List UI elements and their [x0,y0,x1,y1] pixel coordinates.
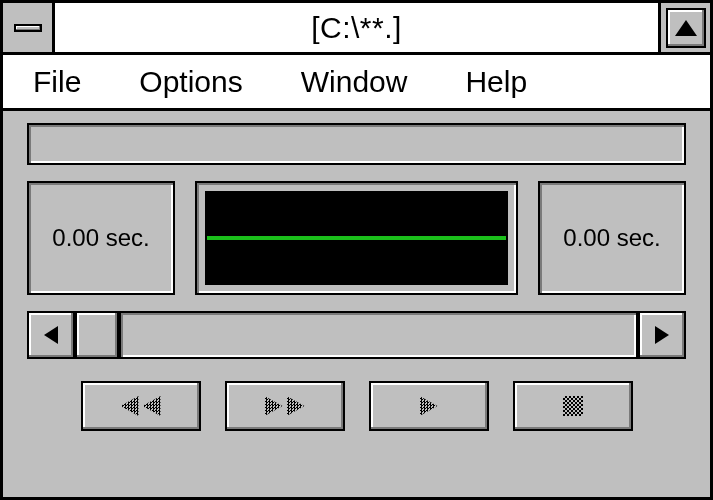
rewind-icon [143,396,161,416]
fast-forward-icon [287,396,305,416]
arrow-right-icon [655,326,669,344]
menu-help[interactable]: Help [465,65,527,99]
fast-forward-icon [265,396,283,416]
app-window: [C:\**.] File Options Window Help 0.00 s… [0,0,713,500]
scroll-left-button[interactable] [27,311,75,359]
triangle-up-icon [675,20,697,36]
time-start-label: 0.00 sec. [52,224,149,252]
stop-button[interactable] [513,381,633,431]
time-start: 0.00 sec. [27,181,175,295]
play-icon [420,396,438,416]
menu-window[interactable]: Window [301,65,408,99]
title-bar: [C:\**.] [3,3,710,55]
rewind-button[interactable] [81,381,201,431]
scroll-thumb[interactable] [75,311,119,359]
horizontal-scrollbar [27,311,686,359]
waveform-panel [195,181,518,295]
info-strip [27,123,686,165]
scroll-track[interactable] [119,311,638,359]
rewind-icon [121,396,139,416]
time-end-label: 0.00 sec. [563,224,660,252]
system-menu-icon [14,24,42,32]
waveform-baseline [207,236,506,240]
stop-icon [563,396,583,416]
menu-bar: File Options Window Help [3,55,710,111]
scroll-right-button[interactable] [638,311,686,359]
system-menu-button[interactable] [3,3,55,52]
waveform-row: 0.00 sec. 0.00 sec. [27,181,686,295]
menu-options[interactable]: Options [139,65,242,99]
menu-file[interactable]: File [33,65,81,99]
window-title: [C:\**.] [55,3,658,52]
time-end: 0.00 sec. [538,181,686,295]
waveform-display[interactable] [205,191,508,285]
arrow-left-icon [44,326,58,344]
client-area: 0.00 sec. 0.00 sec. [3,111,710,497]
title-dropdown-button[interactable] [658,3,710,52]
fast-forward-button[interactable] [225,381,345,431]
play-button[interactable] [369,381,489,431]
transport-controls [27,375,686,431]
